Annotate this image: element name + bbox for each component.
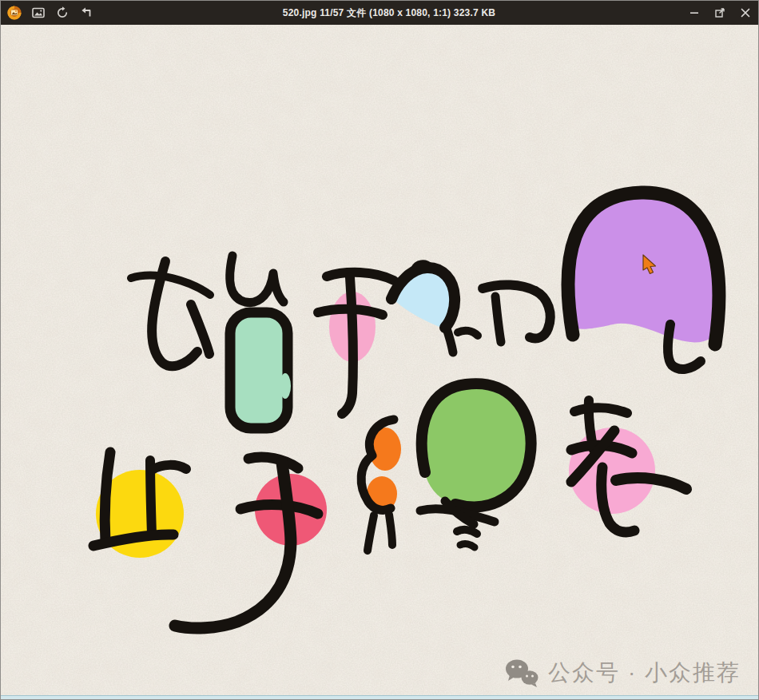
rotate-icon [55,6,70,20]
stroke [152,465,186,470]
window-title: 520.jpg 11/57 文件 (1080 x 1080, 1:1) 323.… [97,6,682,20]
image-viewer-logo [6,5,22,21]
artwork-drawing [1,25,759,695]
wechat-icon [503,658,540,688]
image-viewer-window: 520.jpg 11/57 文件 (1080 x 1080, 1:1) 323.… [0,0,759,700]
watermark: 公众号 · 小众推荐 [503,658,741,688]
stroke [574,408,627,413]
shape-mint-gap [280,373,291,399]
paper-texture-grain [1,25,759,695]
watermark-text: 公众号 · 小众推荐 [548,658,741,688]
minimize-button[interactable] [682,1,707,25]
toolbar [1,3,97,22]
titlebar[interactable]: 520.jpg 11/57 文件 (1080 x 1080, 1:1) 323.… [1,1,758,25]
stroke [389,515,392,545]
picture-icon [31,6,46,20]
stroke [105,452,110,543]
browse-images-button[interactable] [28,3,49,22]
minimize-icon [689,8,699,18]
image-canvas[interactable]: 公众号 · 小众推荐 [1,25,758,695]
stroke [457,530,477,534]
shape-mint-rect [230,312,288,428]
close-icon [741,8,750,18]
close-button[interactable] [733,1,758,25]
back-button[interactable] [76,3,97,22]
maximize-button[interactable] [707,1,733,25]
maximize-icon [714,7,725,18]
app-logo-icon[interactable] [4,3,25,22]
stroke [460,544,475,547]
rotate-button[interactable] [52,3,73,22]
back-arrow-icon [79,6,93,20]
window-bottom-edge [1,695,758,700]
stroke [495,296,501,342]
window-controls [682,1,758,25]
